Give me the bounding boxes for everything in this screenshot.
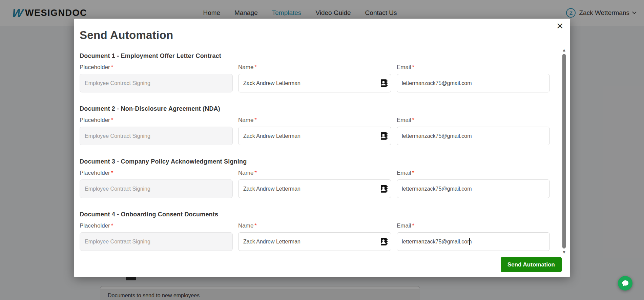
document-4-heading: Document 4 - Onboarding Consent Document… [80, 211, 550, 218]
scrollbar-thumb[interactable] [562, 54, 566, 249]
required-asterisk: * [412, 222, 415, 229]
name-label: Name* [238, 64, 391, 71]
email-label: Email* [397, 64, 550, 71]
document-section-4: Document 4 - Onboarding Consent Document… [80, 211, 550, 251]
placeholder-label: Placeholder* [80, 170, 233, 176]
placeholder-label: Placeholder* [80, 222, 233, 229]
document-2-heading: Document 2 - Non-Disclosure Agreement (N… [80, 105, 550, 112]
text-cursor [469, 238, 470, 245]
contacts-book-icon[interactable] [379, 131, 388, 141]
document-section-3: Document 3 - Company Policy Acknowledgme… [80, 158, 550, 198]
required-asterisk: * [412, 64, 415, 70]
contacts-book-icon[interactable] [379, 184, 388, 193]
document-1-heading: Document 1 - Employment Offer Letter Con… [80, 52, 550, 60]
name-label: Name* [238, 170, 391, 176]
page-root: { "header": { "logo_mark": "W", "logo_te… [0, 0, 644, 300]
required-asterisk: * [254, 64, 257, 70]
name-input-3[interactable] [238, 179, 391, 198]
name-input-4[interactable] [238, 232, 391, 251]
document-3-heading: Document 3 - Company Policy Acknowledgme… [80, 158, 550, 165]
email-input-2[interactable] [397, 127, 550, 145]
placeholder-label: Placeholder* [80, 64, 233, 71]
placeholder-label: Placeholder* [80, 117, 233, 124]
modal-form: Document 1 - Employment Offer Letter Con… [80, 52, 550, 264]
close-icon[interactable]: ✕ [554, 20, 566, 32]
name-label: Name* [238, 117, 391, 124]
document-section-2: Document 2 - Non-Disclosure Agreement (N… [80, 105, 550, 145]
name-input-1[interactable] [238, 74, 391, 92]
required-asterisk: * [111, 222, 113, 229]
required-asterisk: * [254, 170, 257, 176]
name-input-2[interactable] [238, 127, 391, 145]
modal-title: Send Automation [80, 29, 173, 42]
required-asterisk: * [111, 117, 113, 123]
scroll-up-icon[interactable]: ▲ [561, 48, 567, 52]
email-label: Email* [397, 170, 550, 176]
contacts-book-icon[interactable] [379, 79, 388, 88]
placeholder-input-1[interactable] [80, 74, 233, 92]
send-automation-modal: ✕ Send Automation Document 1 - Employmen… [74, 19, 570, 277]
required-asterisk: * [254, 117, 257, 123]
required-asterisk: * [412, 117, 415, 123]
required-asterisk: * [111, 64, 113, 70]
email-input-1[interactable] [397, 74, 550, 92]
name-label: Name* [238, 222, 391, 229]
placeholder-input-3[interactable] [80, 179, 233, 198]
required-asterisk: * [412, 170, 415, 176]
email-input-4[interactable] [397, 232, 550, 251]
chat-bubble-icon [621, 279, 629, 287]
required-asterisk: * [254, 222, 257, 229]
contacts-book-icon[interactable] [379, 237, 388, 246]
email-input-3[interactable] [397, 179, 550, 198]
document-section-1: Document 1 - Employment Offer Letter Con… [80, 52, 550, 92]
email-label: Email* [397, 222, 550, 229]
placeholder-input-2[interactable] [80, 127, 233, 145]
required-asterisk: * [111, 170, 113, 176]
email-label: Email* [397, 117, 550, 124]
scroll-down-icon[interactable]: ▼ [561, 250, 567, 255]
send-automation-button[interactable]: Send Automation [501, 257, 562, 272]
chat-widget-button[interactable] [618, 276, 632, 291]
modal-scrollbar: ▲ ▼ [561, 48, 567, 255]
placeholder-input-4[interactable] [80, 232, 233, 251]
